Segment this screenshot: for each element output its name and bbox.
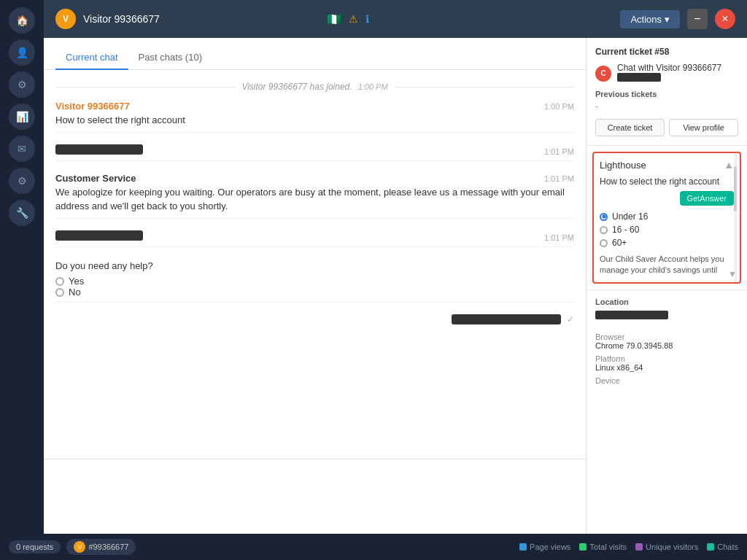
- platform-value: Linux x86_64: [595, 363, 738, 372]
- view-profile-button[interactable]: View profile: [669, 119, 738, 136]
- redacted-text-3: [452, 314, 561, 324]
- sidebar-icon-tools[interactable]: 🔧: [9, 200, 35, 226]
- platform-label: Platform: [595, 354, 738, 363]
- prev-tickets-value: -: [595, 101, 738, 112]
- chat-input[interactable]: [53, 465, 577, 538]
- radio-no: [55, 288, 64, 297]
- option-under-16: Under 16: [600, 211, 734, 222]
- redacted-message-3: ✓: [55, 314, 574, 324]
- stat-label-unique: Unique visitors: [646, 542, 698, 551]
- current-ticket-section: Current ticket #58 C Chat with Visitor 9…: [587, 38, 747, 146]
- quick-reply-text: Do you need any help?: [55, 259, 574, 273]
- chat-messages: Visitor 99366677 has joined. 1:00 PM Vis…: [44, 70, 586, 459]
- stat-dot-chats: [707, 543, 714, 551]
- stat-dot-unique: [635, 543, 643, 551]
- visitor-msg-text: How to select the right account: [55, 113, 574, 128]
- sidebar-icon-messages[interactable]: ✉: [9, 136, 35, 162]
- location-title: Location: [595, 298, 738, 306]
- browser-value: Chrome 79.0.3945.88: [595, 341, 738, 350]
- stat-total-visits: Total visits: [579, 542, 627, 551]
- quick-reply-no-label: No: [69, 287, 81, 298]
- requests-badge: 0 requests: [9, 540, 61, 553]
- chat-area: Current chat Past chats (10) Visitor 993…: [44, 38, 587, 560]
- lighthouse-header: Lighthouse ▲: [600, 159, 734, 171]
- location-section: Location Browser Chrome 79.0.3945.88 Pla…: [587, 289, 747, 392]
- visitor-badge-avatar: V: [74, 541, 85, 553]
- ticket-row: C Chat with Visitor 99366677: [595, 63, 738, 84]
- actions-chevron-icon: ▾: [665, 14, 670, 25]
- modal-header: V Visitor 99366677 🇳🇬 ⚠ ℹ Actions ▾ − ×: [44, 0, 747, 38]
- sidebar-icon-home[interactable]: 🏠: [9, 7, 35, 34]
- separator-3: [55, 218, 574, 219]
- redacted-text-2: [55, 230, 143, 241]
- system-message: Visitor 99366677 has joined. 1:00 PM: [55, 82, 574, 92]
- sidebar-icon-analytics[interactable]: 📊: [9, 104, 35, 130]
- stat-dot-visits: [579, 543, 587, 551]
- lighthouse-title: Lighthouse: [600, 160, 646, 171]
- sidebar-icon-hub[interactable]: ⚙: [9, 71, 35, 98]
- tab-current-chat[interactable]: Current chat: [55, 46, 128, 70]
- stat-label-visits: Total visits: [589, 542, 627, 551]
- agent-sender: Customer Service: [55, 173, 136, 184]
- sidebar-icon-visitors[interactable]: 👤: [9, 39, 35, 66]
- redacted-message-2: 1:01 PM: [55, 230, 574, 250]
- actions-label: Actions: [630, 14, 662, 25]
- option-16-60: 16 - 60: [600, 225, 734, 235]
- separator-2: [55, 160, 574, 161]
- lighthouse-question: How to select the right account: [600, 176, 734, 187]
- close-button[interactable]: ×: [715, 9, 735, 29]
- scrollbar-track: [734, 153, 737, 282]
- requests-label: 0 requests: [16, 542, 53, 551]
- visitor-badge-id: #99366677: [88, 542, 128, 551]
- visitor-message-1: Visitor 99366677 1:00 PM How to select t…: [55, 101, 574, 136]
- ticket-avatar: C: [595, 66, 611, 82]
- quick-reply-yes-label: Yes: [69, 276, 84, 287]
- option-16-60-label: 16 - 60: [612, 225, 639, 235]
- option-60-plus-label: 60+: [612, 238, 627, 248]
- scrollbar-thumb: [734, 166, 737, 211]
- bottom-bar: 0 requests V #99366677 Page views Total …: [0, 534, 747, 560]
- quick-reply-question: Do you need any help? Yes No: [55, 259, 574, 298]
- lighthouse-scroll-down[interactable]: ▼: [728, 269, 737, 279]
- radio-16-60[interactable]: [600, 226, 608, 234]
- tab-past-chats[interactable]: Past chats (10): [128, 46, 212, 70]
- sidebar-icon-settings[interactable]: ⚙: [9, 168, 35, 194]
- stat-dot-pageviews: [519, 543, 527, 551]
- ticket-actions: Create ticket View profile: [595, 119, 738, 136]
- right-sidebar: Current ticket #58 C Chat with Visitor 9…: [587, 38, 747, 560]
- get-answer-button[interactable]: GetAnswer: [680, 191, 734, 206]
- msg-header: Visitor 99366677 1:00 PM: [55, 101, 574, 112]
- ticket-redacted: [617, 73, 661, 82]
- redacted-message-1: 1:01 PM: [55, 144, 574, 164]
- minimize-button[interactable]: −: [687, 9, 708, 29]
- msg-header-3: 1:01 PM: [55, 230, 574, 242]
- radio-yes: [55, 277, 64, 286]
- visitor-sender: Visitor 99366677: [55, 101, 130, 112]
- radio-dot-fill: [602, 215, 605, 219]
- lighthouse-options: Under 16 16 - 60 60+: [600, 211, 734, 248]
- modal-body: Current chat Past chats (10) Visitor 993…: [44, 38, 747, 560]
- radio-under-16[interactable]: [600, 213, 608, 221]
- info-icon: ℹ: [365, 13, 369, 25]
- chat-tabs: Current chat Past chats (10): [44, 38, 586, 70]
- stat-chats: Chats: [707, 542, 738, 551]
- radio-60-plus[interactable]: [600, 239, 608, 247]
- visitor-badge[interactable]: V #99366677: [66, 539, 136, 555]
- lighthouse-scroll-up[interactable]: ▲: [724, 159, 734, 171]
- device-label: Device: [595, 376, 738, 385]
- agent-msg-header: Customer Service 1:01 PM: [55, 173, 574, 184]
- quick-reply-options: Yes No: [55, 276, 574, 298]
- quick-reply-yes: Yes: [55, 276, 574, 287]
- actions-button[interactable]: Actions ▾: [620, 10, 680, 28]
- separator-5: [55, 302, 574, 303]
- sidebar-left: 🏠 👤 ⚙ 📊 ✉ ⚙ 🔧: [0, 0, 44, 560]
- checkmark-icon: ✓: [567, 314, 574, 324]
- create-ticket-button[interactable]: Create ticket: [595, 119, 665, 136]
- modal-header-title: Visitor 99366677: [83, 13, 320, 25]
- stat-label-pageviews: Page views: [530, 542, 570, 551]
- visitor-avatar: V: [55, 9, 76, 29]
- lighthouse-panel: Lighthouse ▲ How to select the right acc…: [592, 152, 741, 284]
- separator-4: [55, 246, 574, 247]
- ticket-name: Chat with Visitor 99366677: [617, 63, 721, 84]
- msg-header-2: 1:01 PM: [55, 144, 574, 156]
